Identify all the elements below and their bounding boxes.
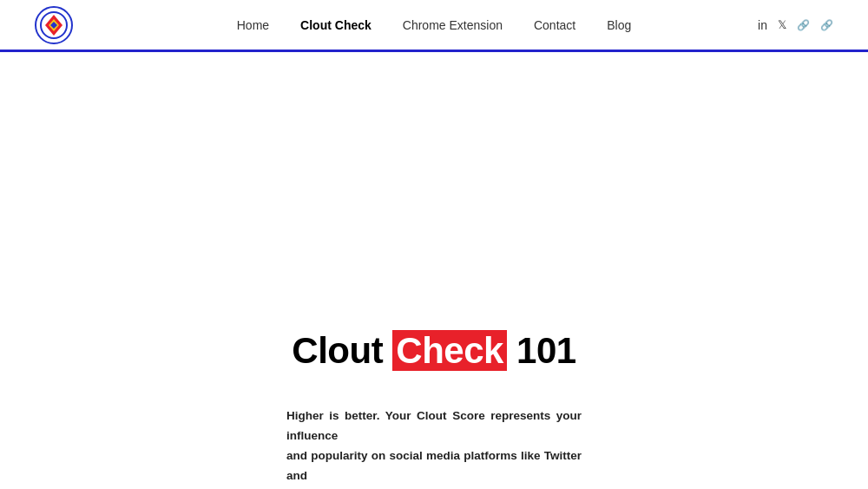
logo-svg [40,11,68,39]
nav-chrome-extension[interactable]: Chrome Extension [403,18,503,32]
nav-home[interactable]: Home [237,18,269,32]
description-text: Higher is better. Your Clout Score repre… [286,406,582,489]
main-content: Clout Check 101 Higher is better. Your C… [0,52,868,489]
nav-contact[interactable]: Contact [534,18,575,32]
link-icon-2[interactable]: 🔗 [820,19,833,31]
link-icon-1[interactable]: 🔗 [797,19,810,31]
main-heading: Clout Check 101 [292,330,575,372]
heading-area: Clout Check 101 [292,330,575,372]
main-nav: Home Clout Check Chrome Extension Contac… [237,18,632,32]
logo-area[interactable] [35,6,73,44]
desc-line2: and popularity on social media platforms… [286,449,582,482]
nav-blog[interactable]: Blog [607,18,631,32]
nav-clout-check[interactable]: Clout Check [300,18,372,32]
site-header: Home Clout Check Chrome Extension Contac… [0,0,868,52]
heading-check-highlight: Check [392,330,507,371]
twitter-icon[interactable]: 𝕏 [778,18,786,31]
heading-clout: Clout [292,330,392,371]
linkedin-icon[interactable]: in [758,18,767,32]
heading-101: 101 [507,330,576,371]
social-icons-area: in 𝕏 🔗 🔗 [758,18,833,32]
desc-line1: Higher is better. Your Clout Score repre… [286,409,582,442]
logo-circle [35,6,73,44]
